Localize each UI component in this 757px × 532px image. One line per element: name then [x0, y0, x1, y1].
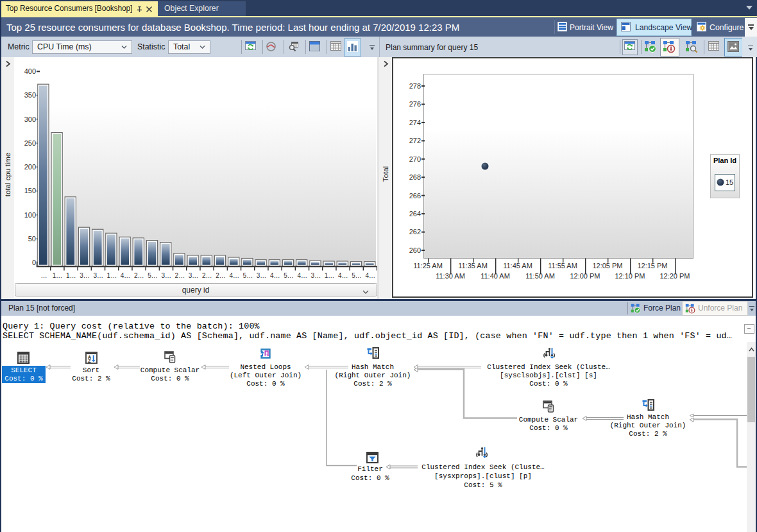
svg-text:4…: 4… [365, 272, 375, 279]
svg-text:3…: 3… [80, 272, 90, 279]
svg-text:278: 278 [409, 82, 421, 90]
svg-text:350: 350 [24, 91, 36, 99]
svg-text:0: 0 [32, 259, 36, 266]
svg-text:4…: 4… [229, 272, 239, 279]
svg-text:50: 50 [28, 235, 36, 243]
svg-text:2…: 2… [216, 272, 226, 279]
svg-text:11:30 AM: 11:30 AM [436, 272, 465, 280]
svg-text:12:20 PM: 12:20 PM [659, 272, 690, 280]
svg-text:3…: 3… [93, 272, 103, 279]
svg-text:1…: 1… [53, 272, 63, 279]
svg-text:1…: 1… [325, 272, 335, 279]
svg-text:3…: 3… [257, 272, 267, 279]
svg-text:3…: 3… [161, 272, 171, 279]
svg-text:4…: 4… [121, 272, 131, 279]
svg-text:15: 15 [726, 178, 733, 186]
svg-text:264: 264 [409, 210, 421, 218]
svg-text:300: 300 [24, 116, 36, 123]
svg-text:11:55 AM: 11:55 AM [548, 262, 577, 270]
svg-text:5…: 5… [243, 272, 253, 279]
svg-text:11:40 AM: 11:40 AM [481, 272, 510, 280]
svg-text:11:50 AM: 11:50 AM [525, 272, 555, 280]
svg-text:4…: 4… [297, 272, 307, 279]
svg-text:5…: 5… [148, 272, 158, 279]
svg-text:12:15 PM: 12:15 PM [637, 262, 667, 270]
svg-text:272: 272 [409, 137, 421, 144]
svg-text:262: 262 [409, 228, 421, 236]
svg-text:1…: 1… [107, 272, 117, 279]
svg-text:3…: 3… [189, 272, 199, 279]
svg-text:Plan Id: Plan Id [713, 157, 736, 164]
svg-text:…: … [40, 272, 47, 279]
svg-text:2…: 2… [202, 272, 212, 279]
svg-text:Z: Z [88, 359, 91, 363]
svg-text:274: 274 [409, 119, 421, 126]
svg-text:4…: 4… [338, 272, 348, 279]
svg-text:100: 100 [24, 211, 36, 219]
svg-text:4…: 4… [270, 272, 280, 279]
svg-text:5…: 5… [352, 272, 362, 279]
svg-text:11:35 AM: 11:35 AM [458, 262, 488, 270]
svg-text:3…: 3… [311, 272, 321, 279]
svg-text:12:10 PM: 12:10 PM [615, 272, 645, 280]
svg-text:200: 200 [24, 163, 36, 171]
svg-text:12:05 PM: 12:05 PM [592, 262, 622, 270]
svg-text:11:45 AM: 11:45 AM [503, 262, 532, 270]
svg-text:2…: 2… [175, 272, 185, 279]
svg-text:270: 270 [409, 155, 421, 163]
svg-text:11:25 AM: 11:25 AM [413, 262, 443, 270]
svg-text:250: 250 [24, 139, 36, 147]
svg-text:276: 276 [409, 100, 421, 108]
svg-text:5…: 5… [284, 272, 294, 279]
svg-text:2…: 2… [134, 272, 144, 279]
svg-text:268: 268 [409, 173, 421, 181]
svg-text:400: 400 [24, 67, 36, 75]
svg-text:266: 266 [409, 192, 421, 200]
svg-text:query id: query id [182, 286, 210, 295]
svg-text:12:00 PM: 12:00 PM [570, 272, 600, 280]
svg-text:150: 150 [24, 187, 36, 194]
svg-text:260: 260 [409, 246, 421, 254]
svg-text:1…: 1… [66, 272, 76, 279]
